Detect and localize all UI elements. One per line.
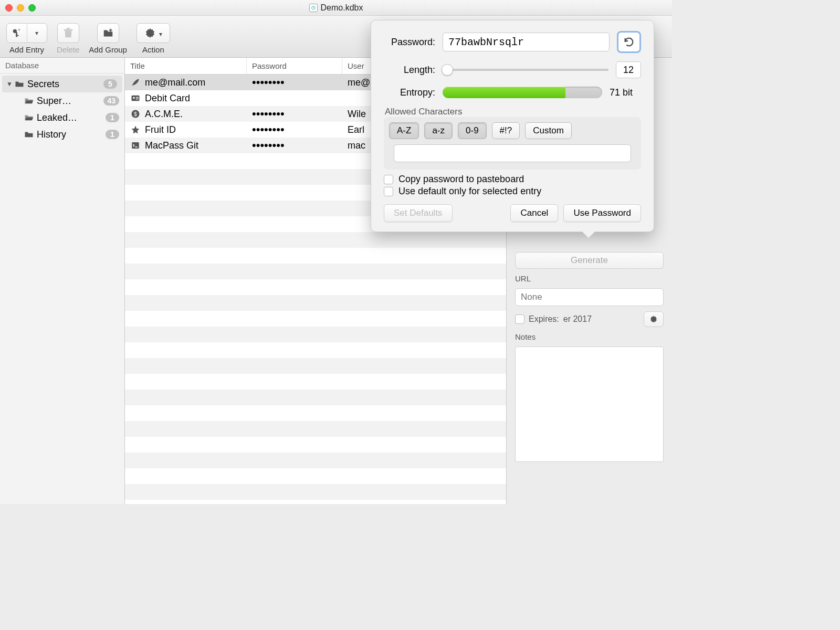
window-title: Demo.kdbx bbox=[321, 3, 363, 13]
svg-point-0 bbox=[311, 6, 315, 9]
copy-to-pasteboard-label: Copy password to pasteboard bbox=[398, 174, 524, 185]
cancel-button[interactable]: Cancel bbox=[510, 204, 558, 222]
svg-rect-16 bbox=[132, 142, 139, 149]
svg-rect-2 bbox=[16, 32, 17, 37]
expires-value: er 2017 bbox=[563, 314, 639, 324]
charset-digits-button[interactable]: 0-9 bbox=[458, 122, 487, 139]
entry-title: me@mail.com bbox=[145, 77, 205, 88]
count-badge: 43 bbox=[103, 96, 119, 106]
add-group-button[interactable] bbox=[97, 23, 119, 43]
sidebar-item[interactable]: History1 bbox=[0, 126, 124, 143]
use-password-button[interactable]: Use Password bbox=[563, 204, 641, 222]
svg-point-11 bbox=[133, 97, 135, 99]
folder-open-icon bbox=[23, 114, 35, 121]
sidebar-item-label: Super… bbox=[37, 96, 103, 107]
password-generator-popover: Password: Length: Entropy: 71 bit Allowe… bbox=[371, 20, 654, 232]
url-label: URL bbox=[515, 274, 664, 283]
copy-to-pasteboard-checkbox[interactable] bbox=[384, 175, 393, 184]
entropy-meter bbox=[443, 87, 602, 98]
sidebar-item[interactable]: Super…43 bbox=[0, 92, 124, 109]
star-icon bbox=[130, 124, 141, 135]
expires-settings-button[interactable] bbox=[644, 311, 664, 327]
folder-icon bbox=[14, 80, 25, 88]
folder-plus-icon bbox=[102, 27, 114, 39]
sidebar-item-label: Leaked… bbox=[37, 112, 106, 123]
toolbar-label-delete: Delete bbox=[57, 45, 79, 54]
entry-title: Fruit ID bbox=[145, 124, 176, 135]
titlebar: Demo.kdbx bbox=[0, 0, 672, 16]
count-badge: 5 bbox=[103, 79, 117, 89]
sidebar-item[interactable]: Leaked…1 bbox=[0, 109, 124, 126]
entry-password: •••••••• bbox=[247, 77, 342, 88]
count-badge: 1 bbox=[106, 113, 119, 122]
svg-rect-10 bbox=[132, 96, 140, 101]
custom-characters-input[interactable] bbox=[394, 144, 631, 162]
svg-rect-8 bbox=[109, 30, 112, 31]
svg-text:$: $ bbox=[134, 111, 137, 117]
entry-title: Debit Card bbox=[145, 93, 190, 104]
toolbar-label-action: Action bbox=[142, 45, 164, 54]
default-for-selected-label: Use default only for selected entry bbox=[398, 186, 541, 197]
notes-label: Notes bbox=[515, 332, 664, 341]
length-label: Length: bbox=[384, 65, 435, 76]
dollar-icon: $ bbox=[130, 109, 141, 119]
sidebar-item-label: History bbox=[37, 129, 106, 140]
svg-rect-6 bbox=[67, 28, 70, 29]
quill-icon bbox=[130, 77, 141, 88]
terminal-icon bbox=[130, 140, 141, 151]
length-input[interactable] bbox=[616, 61, 641, 78]
folder-icon bbox=[23, 131, 35, 138]
generate-button[interactable]: Generate bbox=[515, 252, 664, 269]
window-minimize-button[interactable] bbox=[17, 4, 24, 12]
notes-textarea[interactable] bbox=[515, 346, 664, 462]
regenerate-button[interactable] bbox=[617, 31, 641, 53]
key-plus-icon: + bbox=[11, 27, 23, 39]
sidebar-header: Database bbox=[0, 58, 124, 74]
set-defaults-button[interactable]: Set Defaults bbox=[384, 204, 453, 222]
id-card-icon bbox=[130, 93, 141, 103]
allowed-characters-label: Allowed Characters bbox=[385, 107, 641, 117]
svg-rect-13 bbox=[136, 99, 139, 100]
url-field[interactable] bbox=[515, 288, 664, 306]
column-header-title[interactable]: Title bbox=[125, 58, 247, 74]
svg-rect-3 bbox=[17, 35, 19, 36]
sidebar-item[interactable]: ▼Secrets5 bbox=[2, 76, 122, 92]
entry-password: •••••••• bbox=[247, 140, 342, 151]
folder-open-icon bbox=[23, 97, 35, 104]
add-entry-button[interactable]: + bbox=[6, 23, 47, 43]
add-entry-menu[interactable] bbox=[27, 24, 47, 43]
expires-checkbox[interactable] bbox=[515, 314, 524, 324]
toolbar-label-add-group: Add Group bbox=[89, 45, 127, 54]
entry-password: •••••••• bbox=[247, 124, 342, 135]
column-header-password[interactable]: Password bbox=[247, 58, 342, 74]
delete-button bbox=[57, 23, 79, 43]
sidebar: Database ▼Secrets5Super…43Leaked…1Histor… bbox=[0, 58, 125, 504]
count-badge: 1 bbox=[106, 130, 119, 139]
entropy-label: Entropy: bbox=[384, 87, 435, 98]
svg-rect-5 bbox=[64, 29, 72, 31]
slider-thumb[interactable] bbox=[442, 64, 453, 76]
window-zoom-button[interactable] bbox=[28, 4, 36, 12]
svg-rect-12 bbox=[136, 97, 139, 98]
svg-rect-17 bbox=[135, 146, 138, 148]
entry-title: MacPass Git bbox=[145, 140, 198, 151]
charset-symbols-button[interactable]: #!? bbox=[492, 122, 520, 139]
length-slider[interactable] bbox=[443, 69, 608, 71]
allowed-characters-group: A-Z a-z 0-9 #!? Custom bbox=[384, 117, 641, 170]
disclosure-triangle-icon[interactable]: ▼ bbox=[5, 80, 14, 88]
entry-title: A.C.M.E. bbox=[145, 109, 183, 120]
expires-label: Expires: bbox=[529, 314, 559, 324]
charset-lower-button[interactable]: a-z bbox=[424, 122, 453, 139]
entropy-value: 71 bit bbox=[610, 87, 641, 98]
password-label: Password: bbox=[384, 37, 435, 48]
default-for-selected-checkbox[interactable] bbox=[384, 187, 393, 196]
generated-password-field[interactable] bbox=[443, 33, 610, 51]
trash-icon bbox=[62, 27, 74, 39]
window-close-button[interactable] bbox=[5, 4, 13, 12]
charset-custom-button[interactable]: Custom bbox=[525, 122, 572, 139]
charset-upper-button[interactable]: A-Z bbox=[389, 122, 419, 139]
action-button[interactable] bbox=[136, 23, 170, 43]
entry-password: •••••••• bbox=[247, 108, 342, 120]
svg-text:+: + bbox=[18, 27, 20, 33]
sidebar-item-label: Secrets bbox=[27, 79, 103, 90]
